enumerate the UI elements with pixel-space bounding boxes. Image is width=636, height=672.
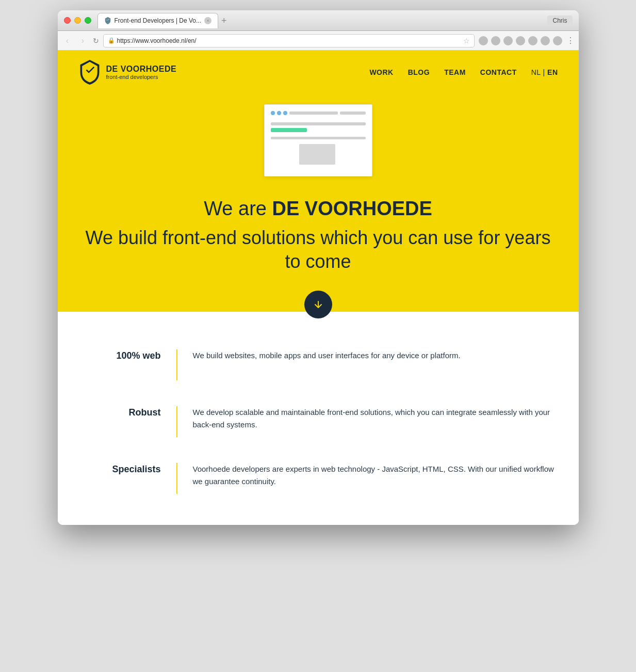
mockup-green-bar — [271, 128, 307, 132]
mockup-dot-2 — [277, 111, 281, 115]
nav-team[interactable]: TEAM — [444, 68, 466, 76]
mockup-bar-2 — [271, 137, 366, 139]
logo-icon — [78, 60, 101, 85]
mockup-row-2 — [271, 122, 366, 125]
mac-browser-window: Front-end Developers | De Vo... × + Chri… — [58, 10, 579, 525]
extension-icon-2[interactable] — [491, 36, 500, 45]
tab-close-button[interactable]: × — [204, 17, 211, 24]
mockup-image-box — [299, 144, 335, 165]
close-button[interactable] — [64, 17, 71, 24]
nav-lang-nl[interactable]: NL — [531, 68, 541, 76]
site-nav: WORK BLOG TEAM CONTACT NL | EN — [369, 68, 558, 76]
maximize-button[interactable] — [85, 17, 91, 24]
nav-lang-separator: | — [543, 68, 545, 76]
scroll-down-button[interactable] — [304, 291, 332, 318]
more-options-icon[interactable]: ⋮ — [566, 36, 575, 45]
nav-work[interactable]: WORK — [369, 68, 393, 76]
traffic-lights — [64, 17, 91, 24]
logo-area[interactable]: DE VOORHOEDE front-end developers — [78, 60, 177, 85]
logo-name: DE VOORHOEDE — [106, 65, 177, 74]
hero-subheading: We build front-end solutions which you c… — [78, 226, 558, 275]
feature-divider-2 — [176, 406, 177, 437]
hero-screenshot-mockup — [264, 104, 372, 177]
forward-button[interactable]: › — [77, 36, 89, 45]
mockup-row-3 — [271, 137, 366, 139]
mockup-bar-1 — [271, 122, 366, 125]
hero-heading-brand: DE VOORHOEDE — [272, 198, 432, 219]
nav-lang-en[interactable]: EN — [547, 68, 558, 76]
feature-desc-1: We build websites, mobile apps and user … — [193, 349, 558, 362]
browser-tab[interactable]: Front-end Developers | De Vo... × — [97, 13, 219, 28]
title-bar: Front-end Developers | De Vo... × + Chri… — [58, 10, 579, 31]
logo-subtitle: front-end developers — [106, 74, 177, 80]
toolbar-icons: ⋮ — [479, 36, 575, 45]
nav-language: NL | EN — [531, 68, 558, 76]
address-bar: ‹ › ↻ 🔒 https://www.voorhoede.nl/en/ ☆ ⋮ — [58, 31, 579, 51]
mockup-dot-1 — [271, 111, 275, 115]
mockup-dot-3 — [283, 111, 287, 115]
tab-favicon-icon — [104, 17, 111, 24]
extension-icon-5[interactable] — [528, 36, 537, 45]
mockup-top-row — [271, 111, 366, 115]
website-content: DE VOORHOEDE front-end developers WORK B… — [58, 51, 579, 525]
feature-item-1: 100% web We build websites, mobile apps … — [78, 349, 558, 380]
logo-text: DE VOORHOEDE front-end developers — [106, 65, 177, 80]
bookmark-icon[interactable]: ☆ — [463, 37, 470, 45]
refresh-button[interactable]: ↻ — [93, 37, 99, 45]
feature-desc-3: Voorhoede developers are experts in web … — [193, 463, 558, 488]
url-bar[interactable]: 🔒 https://www.voorhoede.nl/en/ ☆ — [103, 34, 475, 47]
url-text: https://www.voorhoede.nl/en/ — [117, 37, 197, 44]
feature-divider-1 — [176, 349, 177, 380]
feature-item-2: Robust We develop scalable and maintaina… — [78, 406, 558, 437]
hero-heading-pre: We are — [204, 198, 272, 219]
feature-title-3: Specialists — [78, 463, 161, 475]
hero-heading: We are DE VOORHOEDE — [204, 197, 432, 221]
feature-item-3: Specialists Voorhoede developers are exp… — [78, 463, 558, 494]
feature-title-2: Robust — [78, 406, 161, 418]
feature-desc-2: We develop scalable and maintainable fro… — [193, 406, 558, 431]
scroll-arrow-section — [58, 305, 579, 318]
mockup-content — [271, 122, 366, 165]
extension-icon-1[interactable] — [479, 36, 488, 45]
extension-icon-7[interactable] — [553, 36, 562, 45]
user-label: Chris — [547, 15, 572, 26]
tab-title: Front-end Developers | De Vo... — [115, 17, 202, 24]
tab-bar: Front-end Developers | De Vo... × + — [97, 13, 548, 28]
nav-contact[interactable]: CONTACT — [480, 68, 517, 76]
nav-blog[interactable]: BLOG — [408, 68, 430, 76]
mockup-url-bar — [289, 111, 338, 115]
features-section: 100% web We build websites, mobile apps … — [58, 318, 579, 525]
back-button[interactable]: ‹ — [62, 36, 73, 45]
feature-divider-3 — [176, 463, 177, 494]
extension-icon-4[interactable] — [516, 36, 525, 45]
arrow-down-icon — [313, 299, 323, 310]
site-header: DE VOORHOEDE front-end developers WORK B… — [58, 51, 579, 94]
lock-icon: 🔒 — [108, 37, 115, 44]
mockup-nav-bar — [340, 111, 366, 115]
feature-title-1: 100% web — [78, 349, 161, 361]
new-tab-button[interactable]: + — [221, 16, 227, 25]
extension-icon-3[interactable] — [503, 36, 513, 45]
extension-icon-6[interactable] — [541, 36, 550, 45]
hero-section: We are DE VOORHOEDE We build front-end s… — [58, 94, 579, 305]
minimize-button[interactable] — [74, 17, 81, 24]
